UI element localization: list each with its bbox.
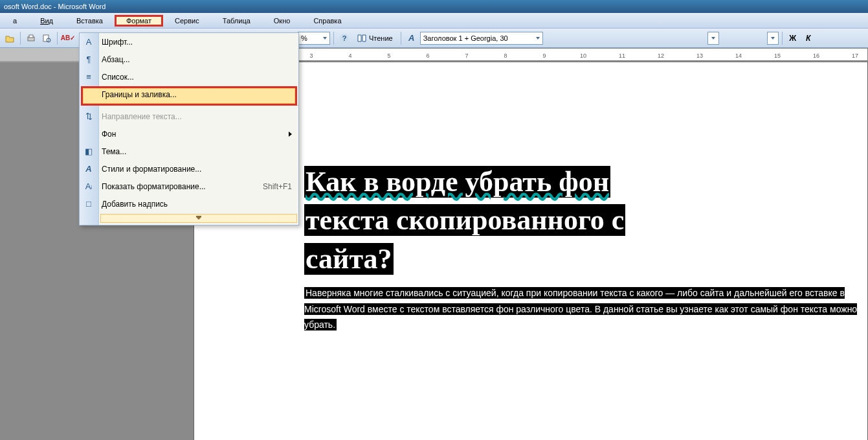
list-icon: ≡ <box>83 72 94 82</box>
ruler-tick: 12 <box>658 52 664 59</box>
dd-list[interactable]: ≡ Список... <box>80 68 298 86</box>
font-icon: A <box>83 37 94 47</box>
ruler-tick: 7 <box>465 52 468 59</box>
ruler-tick: 16 <box>813 52 819 59</box>
style-value: Заголовок 1 + Georgia, 30 <box>423 34 508 42</box>
ruler-tick: 6 <box>426 52 429 59</box>
menu-table[interactable]: Таблица <box>211 15 262 27</box>
ruler-tick: 4 <box>348 52 351 59</box>
zoom-combo[interactable]: % <box>298 32 330 45</box>
style-combo[interactable]: Заголовок 1 + Georgia, 30 <box>420 32 543 45</box>
menu-tools[interactable]: Сервис <box>163 15 211 27</box>
dropdown-expand[interactable] <box>100 214 297 223</box>
help-btn[interactable]: ? <box>337 31 351 45</box>
format-dropdown: A Шрифт... ¶ Абзац... ≡ Список... Границ… <box>79 32 299 226</box>
preview-btn[interactable] <box>39 31 54 45</box>
shortcut-label: Shift+F1 <box>263 182 292 191</box>
ruler-tick: 17 <box>852 52 858 59</box>
dd-borders-shading[interactable]: Границы и заливка... <box>80 86 298 103</box>
ruler-tick: 8 <box>504 52 507 59</box>
styles-icon: A <box>83 164 94 174</box>
menu-window[interactable]: Окно <box>262 15 302 27</box>
direction-icon: ⇅ <box>83 111 94 122</box>
ruler-tick: 10 <box>580 52 586 59</box>
doc-paragraph[interactable]: Наверняка многие сталкивались с ситуацие… <box>298 281 867 345</box>
print-btn[interactable] <box>24 31 38 45</box>
doc-heading[interactable]: Как в ворде убрать фон текста скопирован… <box>298 159 867 281</box>
menu-format[interactable]: Формат <box>115 15 163 27</box>
open-btn[interactable] <box>3 31 17 45</box>
submenu-arrow-icon <box>289 132 292 137</box>
window-titlebar: osoft Word.doc - Microsoft Word <box>0 0 868 13</box>
textbox-icon: □ <box>83 199 94 209</box>
ruler-tick: 14 <box>735 52 742 59</box>
menu-view[interactable]: Вид <box>28 15 65 27</box>
dd-font[interactable]: A Шрифт... <box>80 33 298 51</box>
ruler-tick: 15 <box>774 52 781 59</box>
reading-mode-btn[interactable]: Чтение <box>353 31 397 45</box>
ruler-tick: 11 <box>619 52 625 59</box>
separator <box>333 32 334 45</box>
ruler-tick: 13 <box>696 52 703 59</box>
dd-text-direction: ⇅ Направление текста... <box>80 108 298 125</box>
spellcheck-btn[interactable]: AB✓ <box>61 31 75 45</box>
dd-paragraph[interactable]: ¶ Абзац... <box>80 51 298 68</box>
menu-file[interactable]: а <box>1 15 28 27</box>
ruler-tick: 9 <box>542 52 546 59</box>
separator <box>20 32 21 45</box>
separator <box>401 32 401 45</box>
bold-btn[interactable]: Ж <box>786 31 800 45</box>
separator <box>782 32 783 45</box>
dd-background[interactable]: Фон <box>80 125 298 143</box>
dd-reveal-formatting[interactable]: Aᵢ Показать форматирование... Shift+F1 <box>80 178 298 195</box>
theme-icon: ◧ <box>83 146 94 157</box>
size-combo-arrow[interactable] <box>767 32 779 45</box>
window-title: osoft Word.doc - Microsoft Word <box>4 3 106 10</box>
dropdown-separator <box>100 105 298 106</box>
paragraph-icon: ¶ <box>83 54 94 65</box>
menu-help[interactable]: Справка <box>302 15 353 27</box>
svg-rect-1 <box>29 35 33 38</box>
menu-insert[interactable]: Вставка <box>65 15 115 27</box>
style-icon[interactable]: A <box>405 31 419 45</box>
ruler-tick: 3 <box>309 52 313 59</box>
separator <box>57 32 58 45</box>
menubar: а Вид Вставка Формат Сервис Таблица Окно… <box>0 13 868 29</box>
ruler-tick: 5 <box>387 52 390 59</box>
dd-theme[interactable]: ◧ Тема... <box>80 143 298 160</box>
reading-label: Чтение <box>369 34 393 42</box>
dd-textbox[interactable]: □ Добавить надпись <box>80 195 298 213</box>
dd-styles[interactable]: A Стили и форматирование... <box>80 160 298 178</box>
italic-btn[interactable]: К <box>801 31 816 45</box>
font-combo-arrow[interactable] <box>707 32 719 45</box>
reveal-icon: Aᵢ <box>83 181 94 192</box>
